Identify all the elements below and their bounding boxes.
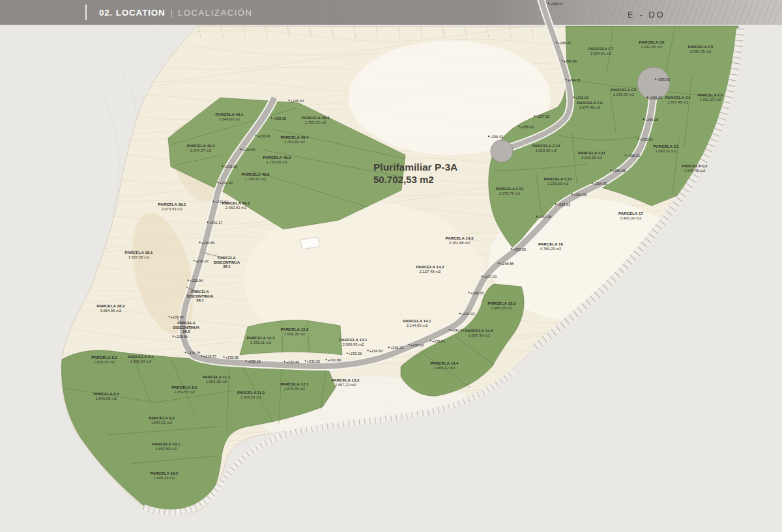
spot-elevation-label: +230.22 [195,259,209,263]
parcel-label-area: 1.857,36 m2 [469,333,490,337]
parcel-label-name: PARCELA 38.2 [97,303,126,308]
spot-elevation-label: +255.81 [640,137,653,141]
spot-elevation-label: +255.21 [627,154,640,158]
parcel-label-area: 1.063,53 m2 [240,395,262,399]
parcel-label-name: PARCELA 12.2 [281,327,310,331]
cul-de-sac-small [491,140,513,162]
main-parcel-area: 50.702,53 m2 [373,174,434,185]
spot-elevation-label: +229.82 [171,315,184,319]
spot-elevation-label: +238.05 [273,117,286,120]
spot-elevation-label: +231.17 [209,221,222,225]
spot-elevation-label: +243.43 [461,312,474,316]
spot-elevation-label: +231.02 [307,359,320,363]
parcel-label-name: PARCELA C5 [688,44,714,49]
parcel-label-area: 1.877,48 m2 [579,105,601,109]
header-rule [85,5,87,20]
parcel-label-name: PARCELA C8 [577,100,603,105]
location-slide: +245.03+238.05+236.90+234.87+233.60+232.… [0,0,782,532]
spot-elevation-label: +229.75 [187,351,200,355]
spot-elevation-label: +256.65 [657,77,670,81]
spot-elevation-label: +256.42 [490,135,503,139]
parcel-label-area: 1.950,25 m2 [491,306,513,310]
parcel-label-name: PARCELA 40.4 [281,135,310,139]
parcel-label-name: PARCELA 40.3 [302,115,330,120]
spot-elevation-label: +241.63 [451,328,464,332]
parcel-label-area: 1.753,08 m2 [267,160,288,164]
spot-elevation-label: +245.03 [291,99,304,103]
parcel-label-area: 2.450,82 m2 [225,206,247,210]
parcel-label-area: 1.949,42 m2 [684,169,706,173]
spot-elevation-label: +232.42 [220,181,233,185]
parcel-label-area: 2.026,30 m2 [613,92,635,96]
spot-elevation-label: +252.06 [538,215,551,219]
spot-elevation-label: +236.90 [257,134,270,138]
parcel-label-name: PARCELA C9 [611,87,637,92]
spot-elevation-label: +231.89 [328,358,341,362]
parcel-label-area: 1.054,55 m2 [174,390,195,394]
parcel-label-area: 2.127,48 m2 [420,270,441,273]
parcel-label-area: 3.152,88 m2 [449,241,471,245]
parcel-label-name: PARCELA 10.2 [151,471,179,475]
parcel-label-area: 1.981,53 m2 [700,98,721,102]
spot-elevation-label: +238.03 [411,343,424,347]
parcel-label-area: 1.840,55 m2 [96,397,117,400]
parcel-label-name: PARCELA 9.2 [149,415,175,420]
spot-elevation-label: +254.61 [613,169,626,173]
site-plan-map: +245.03+238.05+236.90+234.87+233.60+232.… [0,0,782,532]
spot-elevation-label: +247.03 [484,275,497,279]
parcel-label-area: 3.597,58 m2 [128,255,150,259]
parcel-label-area: 2.042,80 m2 [641,45,663,49]
spot-elevation-label: +234.87 [242,148,255,152]
spot-elevation-label: +233.26 [349,352,362,356]
spot-elevation-label: +256.42 [649,96,662,100]
parcel-label-area: 1.368,34 m2 [130,359,152,363]
parcel-label-area: 1.063,18 m2 [206,380,227,384]
parcel-label-area: 1.845,29 m2 [154,476,175,480]
parcel-label-name: PARCELA 9.1 [171,385,197,389]
parcel-label-area: 2.144,53 m2 [407,324,428,328]
parcel-label-area: 1.840,22 m2 [151,421,173,425]
spot-elevation-label: +254.43 [594,182,607,186]
parcel-label-name: PARCELA C10 [532,143,560,148]
parcel-label-name: PARCELA 39.2 [222,201,251,205]
parcel-label-area: 1.754,89 m2 [284,140,306,144]
spot-elevation-label: +253.61 [557,203,570,206]
spot-elevation-label: +229.85 [203,354,216,358]
parcel-label-name: PARCELA C4 [665,95,691,100]
parcel-label-name: PARCELA 40.1 [216,112,244,117]
parcel-label-area: 1.857,48 m2 [667,100,689,104]
parcel-label-area: 2.103,29 m2 [581,156,603,160]
parcel-label-area: 2.075,75 m2 [499,191,521,195]
parcel-label-name: PARCELA 8.3 [93,391,119,396]
parcel-label-area: 5.400,00 m2 [620,216,642,220]
parcel-label-name: PARCELA 8.2 [128,354,154,359]
parcel-label-area: 1.876,95 m2 [284,387,306,391]
main-parcel-title: Plurifamiliar P-3A [373,161,457,173]
spot-elevation-label: +257.62 [536,115,549,119]
parcel-label-name: PARCELA 8.1 [91,355,117,359]
spot-elevation-label: +292.02 [575,96,588,100]
spot-elevation-label: +234.50 [369,349,383,353]
parcel-label-name: PARCELA 40.5 [263,155,292,160]
spot-elevation-label: +230.89 [201,241,214,245]
spot-elevation-label: +228.66 [175,335,188,339]
parcel-label-name: PARCELA 12.1 [281,382,310,386]
parcel-label-area: 1.039,36 m2 [94,360,115,364]
spot-elevation-label: +233.60 [224,165,237,169]
parcel-label-name: PARCELA 16 [538,242,563,246]
parcel-label-name: PARCELA 14.5 [465,328,494,333]
parcel-label-name: PARCELA 40.6 [242,172,270,176]
parcel-label-name: PARCELA 14.4 [431,361,459,365]
parcel-label-name: PARCELA 38.1 [125,250,154,255]
parcel-label-name: PARCELA 14.1 [403,318,432,323]
parcel-label-area: 2.090,75 m2 [690,49,712,53]
parcel-label-name: PARCELA 17 [618,211,643,216]
parcel-label-name: PARCELA 39.1 [158,202,187,206]
parcel-label-area: 4.780,29 m2 [540,247,562,251]
parcel-label-area: 1.842,85 m2 [156,447,177,451]
parcel-label-area: 1.813,58 m2 [536,148,557,152]
spot-elevation-label: +258.02 [521,125,534,129]
parcel-label-name: PARCELA 11.2 [237,390,265,395]
spot-elevation-label: +230.15 [248,359,261,363]
parcel-label-area: 1.755,03 m2 [305,120,326,124]
